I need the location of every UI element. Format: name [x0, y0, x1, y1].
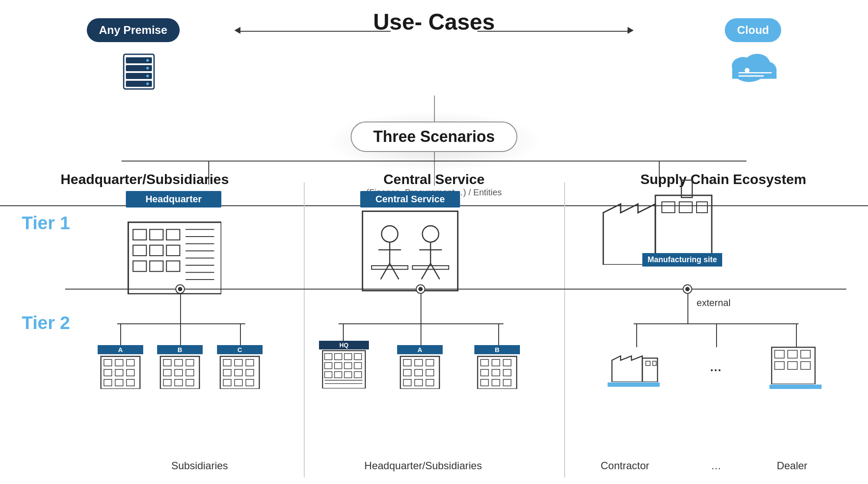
hq-building: Headquarter	[126, 191, 221, 296]
manufacturing-building: Manufacturing site	[595, 178, 716, 267]
sub-building-contractor	[608, 343, 660, 387]
dots-label: …	[710, 360, 722, 374]
vline-tier2-col3	[687, 289, 688, 323]
svg-rect-82	[235, 379, 243, 386]
sub-building-dealer	[769, 345, 822, 389]
manufacturing-label: Manufacturing site	[642, 253, 722, 267]
svg-rect-59	[115, 369, 123, 376]
svg-rect-124	[775, 350, 784, 358]
svg-rect-65	[164, 359, 171, 366]
svg-rect-114	[492, 369, 500, 376]
server-icon	[117, 52, 161, 91]
svg-rect-128	[788, 362, 797, 369]
svg-rect-80	[246, 369, 254, 376]
svg-rect-21	[133, 245, 147, 256]
col1-title: Headquarter/Subsidiaries	[19, 171, 270, 188]
svg-rect-102	[426, 359, 434, 366]
vline-sub-d3	[716, 323, 717, 347]
central-service-building: Central Service	[360, 191, 460, 294]
svg-rect-107	[415, 379, 423, 386]
svg-rect-47	[412, 266, 449, 269]
svg-rect-63	[127, 379, 135, 386]
col3-bottom-label-contractor: Contractor	[597, 460, 653, 472]
svg-rect-41	[372, 266, 408, 269]
svg-rect-61	[104, 379, 112, 386]
svg-rect-129	[801, 362, 810, 369]
svg-rect-103	[404, 369, 411, 376]
svg-rect-125	[788, 350, 797, 358]
vline-tier2-col1	[180, 289, 181, 323]
svg-rect-23	[167, 245, 180, 256]
svg-rect-57	[127, 359, 135, 366]
svg-rect-18	[133, 230, 147, 240]
hline-tier2-col1	[117, 323, 245, 324]
svg-rect-106	[404, 379, 411, 386]
node-col3	[683, 284, 692, 294]
svg-rect-55	[104, 359, 112, 366]
svg-rect-110	[481, 359, 489, 366]
svg-rect-77	[246, 359, 254, 366]
vline-sub-a1	[120, 323, 121, 347]
svg-rect-53	[697, 202, 707, 213]
diagram-container: Use- Cases Any Premise Cloud	[0, 0, 868, 484]
svg-rect-71	[164, 379, 171, 386]
svg-rect-112	[503, 359, 511, 366]
sub-building-a1: A	[98, 345, 143, 391]
sub-building-a2: A	[397, 345, 443, 391]
arrow-left	[234, 27, 391, 36]
svg-marker-119	[612, 356, 642, 382]
svg-rect-122	[653, 361, 656, 365]
svg-rect-126	[801, 350, 810, 358]
svg-rect-88	[354, 353, 362, 359]
svg-rect-62	[115, 379, 123, 386]
svg-rect-56	[115, 359, 123, 366]
sub-building-b1: B	[157, 345, 203, 391]
svg-rect-92	[354, 362, 362, 369]
svg-rect-72	[175, 379, 183, 386]
svg-rect-108	[426, 379, 434, 386]
sub-building-c1: C	[217, 345, 263, 391]
col-divider-1	[304, 182, 305, 477]
tier1-label: Tier 1	[22, 213, 70, 234]
svg-rect-68	[164, 369, 171, 376]
svg-point-8	[146, 82, 149, 85]
svg-rect-127	[775, 362, 784, 369]
svg-rect-87	[344, 353, 352, 359]
svg-rect-51	[662, 202, 675, 213]
svg-rect-24	[133, 261, 147, 271]
svg-point-5	[146, 59, 149, 62]
svg-point-42	[422, 226, 439, 242]
hq-building-label: Headquarter	[126, 191, 221, 207]
node-col1	[175, 284, 185, 294]
svg-rect-86	[335, 353, 342, 359]
svg-point-16	[745, 68, 750, 72]
three-scenarios-box: Three Scenarios	[351, 122, 517, 152]
svg-rect-22	[150, 245, 163, 256]
vline-sub-a2	[421, 323, 421, 347]
svg-rect-73	[186, 379, 194, 386]
svg-rect-83	[246, 379, 254, 386]
svg-rect-113	[481, 369, 489, 376]
svg-rect-67	[186, 359, 194, 366]
svg-rect-116	[481, 379, 489, 386]
tier2-label: Tier 2	[22, 313, 70, 333]
svg-point-36	[381, 226, 398, 242]
page-title: Use- Cases	[373, 9, 495, 35]
cloud-icon	[727, 48, 783, 87]
sub-building-hq2: HQ	[319, 341, 369, 390]
svg-rect-123	[772, 347, 815, 384]
col-divider-2	[564, 182, 565, 477]
svg-rect-66	[175, 359, 183, 366]
svg-rect-25	[150, 261, 163, 271]
svg-rect-78	[224, 369, 231, 376]
svg-rect-20	[167, 230, 180, 240]
central-building-label: Central Service	[360, 191, 460, 207]
svg-rect-52	[679, 202, 692, 213]
svg-rect-79	[235, 369, 243, 376]
svg-point-7	[146, 75, 149, 77]
svg-rect-76	[235, 359, 243, 366]
svg-point-6	[146, 67, 149, 69]
col2-title: Central Service	[308, 171, 560, 188]
svg-rect-101	[415, 359, 423, 366]
vline-sub-e3	[796, 323, 797, 347]
